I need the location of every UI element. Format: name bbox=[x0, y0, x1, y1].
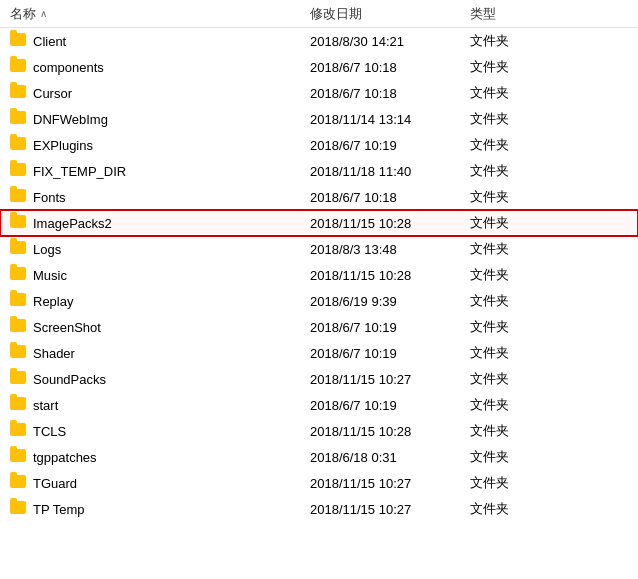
file-name: tgppatches bbox=[33, 450, 310, 465]
file-type: 文件夹 bbox=[470, 500, 550, 518]
folder-icon-container bbox=[10, 371, 28, 387]
file-date: 2018/6/7 10:18 bbox=[310, 86, 470, 101]
folder-icon bbox=[10, 59, 26, 72]
folder-icon-container bbox=[10, 59, 28, 75]
file-type: 文件夹 bbox=[470, 396, 550, 414]
table-row[interactable]: FIX_TEMP_DIR 2018/11/18 11:40 文件夹 bbox=[0, 158, 638, 184]
table-row[interactable]: Cursor 2018/6/7 10:18 文件夹 bbox=[0, 80, 638, 106]
file-name: Logs bbox=[33, 242, 310, 257]
name-label: 名称 bbox=[10, 5, 36, 23]
file-type: 文件夹 bbox=[470, 188, 550, 206]
file-type: 文件夹 bbox=[470, 110, 550, 128]
folder-icon bbox=[10, 189, 26, 202]
file-name: SoundPacks bbox=[33, 372, 310, 387]
file-rows-container: Client 2018/8/30 14:21 文件夹 components 20… bbox=[0, 28, 638, 522]
file-date: 2018/6/19 9:39 bbox=[310, 294, 470, 309]
table-row[interactable]: start 2018/6/7 10:19 文件夹 bbox=[0, 392, 638, 418]
folder-icon-container bbox=[10, 501, 28, 517]
file-list: 名称 ∧ 修改日期 类型 Client 2018/8/30 14:21 文件夹 … bbox=[0, 0, 638, 579]
file-date: 2018/11/15 10:27 bbox=[310, 502, 470, 517]
file-date: 2018/6/7 10:18 bbox=[310, 60, 470, 75]
folder-icon bbox=[10, 345, 26, 358]
folder-icon bbox=[10, 501, 26, 514]
file-date: 2018/11/15 10:28 bbox=[310, 424, 470, 439]
table-row[interactable]: Fonts 2018/6/7 10:18 文件夹 bbox=[0, 184, 638, 210]
file-date: 2018/11/15 10:28 bbox=[310, 268, 470, 283]
table-row[interactable]: ScreenShot 2018/6/7 10:19 文件夹 bbox=[0, 314, 638, 340]
table-row[interactable]: Logs 2018/8/3 13:48 文件夹 bbox=[0, 236, 638, 262]
folder-icon bbox=[10, 397, 26, 410]
file-name: Shader bbox=[33, 346, 310, 361]
file-type: 文件夹 bbox=[470, 136, 550, 154]
file-date: 2018/6/18 0:31 bbox=[310, 450, 470, 465]
folder-icon-container bbox=[10, 345, 28, 361]
folder-icon-container bbox=[10, 33, 28, 49]
folder-icon bbox=[10, 319, 26, 332]
file-type: 文件夹 bbox=[470, 474, 550, 492]
table-row[interactable]: Shader 2018/6/7 10:19 文件夹 bbox=[0, 340, 638, 366]
folder-icon bbox=[10, 267, 26, 280]
file-name: EXPlugins bbox=[33, 138, 310, 153]
file-date: 2018/11/15 10:28 bbox=[310, 216, 470, 231]
file-name: Music bbox=[33, 268, 310, 283]
folder-icon bbox=[10, 33, 26, 46]
file-type: 文件夹 bbox=[470, 32, 550, 50]
folder-icon bbox=[10, 163, 26, 176]
file-name: TP Temp bbox=[33, 502, 310, 517]
file-date: 2018/11/18 11:40 bbox=[310, 164, 470, 179]
file-name: Cursor bbox=[33, 86, 310, 101]
folder-icon-container bbox=[10, 449, 28, 465]
folder-icon-container bbox=[10, 267, 28, 283]
file-type: 文件夹 bbox=[470, 162, 550, 180]
file-date: 2018/6/7 10:19 bbox=[310, 346, 470, 361]
date-column-header[interactable]: 修改日期 bbox=[310, 5, 470, 23]
file-date: 2018/6/7 10:19 bbox=[310, 398, 470, 413]
file-name: ScreenShot bbox=[33, 320, 310, 335]
table-row[interactable]: TP Temp 2018/11/15 10:27 文件夹 bbox=[0, 496, 638, 522]
name-column-header[interactable]: 名称 ∧ bbox=[10, 5, 310, 23]
file-type: 文件夹 bbox=[470, 292, 550, 310]
table-row[interactable]: Music 2018/11/15 10:28 文件夹 bbox=[0, 262, 638, 288]
table-row[interactable]: SoundPacks 2018/11/15 10:27 文件夹 bbox=[0, 366, 638, 392]
type-column-header[interactable]: 类型 bbox=[470, 5, 550, 23]
file-type: 文件夹 bbox=[470, 58, 550, 76]
file-type: 文件夹 bbox=[470, 422, 550, 440]
folder-icon-container bbox=[10, 475, 28, 491]
file-name: Client bbox=[33, 34, 310, 49]
folder-icon-container bbox=[10, 423, 28, 439]
file-type: 文件夹 bbox=[470, 344, 550, 362]
table-row[interactable]: TCLS 2018/11/15 10:28 文件夹 bbox=[0, 418, 638, 444]
file-date: 2018/11/14 13:14 bbox=[310, 112, 470, 127]
file-name: Fonts bbox=[33, 190, 310, 205]
folder-icon-container bbox=[10, 85, 28, 101]
folder-icon bbox=[10, 423, 26, 436]
table-row[interactable]: DNFWebImg 2018/11/14 13:14 文件夹 bbox=[0, 106, 638, 132]
table-row[interactable]: Replay 2018/6/19 9:39 文件夹 bbox=[0, 288, 638, 314]
table-row[interactable]: EXPlugins 2018/6/7 10:19 文件夹 bbox=[0, 132, 638, 158]
folder-icon bbox=[10, 111, 26, 124]
folder-icon-container bbox=[10, 397, 28, 413]
table-row[interactable]: ImagePacks2 2018/11/15 10:28 文件夹 bbox=[0, 210, 638, 236]
folder-icon bbox=[10, 215, 26, 228]
file-name: TCLS bbox=[33, 424, 310, 439]
file-type: 文件夹 bbox=[470, 214, 550, 232]
table-row[interactable]: tgppatches 2018/6/18 0:31 文件夹 bbox=[0, 444, 638, 470]
file-name: FIX_TEMP_DIR bbox=[33, 164, 310, 179]
file-name: start bbox=[33, 398, 310, 413]
table-row[interactable]: TGuard 2018/11/15 10:27 文件夹 bbox=[0, 470, 638, 496]
table-row[interactable]: components 2018/6/7 10:18 文件夹 bbox=[0, 54, 638, 80]
folder-icon-container bbox=[10, 189, 28, 205]
file-date: 2018/6/7 10:19 bbox=[310, 138, 470, 153]
file-name: ImagePacks2 bbox=[33, 216, 310, 231]
file-date: 2018/11/15 10:27 bbox=[310, 476, 470, 491]
folder-icon bbox=[10, 475, 26, 488]
folder-icon bbox=[10, 85, 26, 98]
folder-icon-container bbox=[10, 215, 28, 231]
file-type: 文件夹 bbox=[470, 266, 550, 284]
table-row[interactable]: Client 2018/8/30 14:21 文件夹 bbox=[0, 28, 638, 54]
file-date: 2018/11/15 10:27 bbox=[310, 372, 470, 387]
sort-arrow-icon: ∧ bbox=[40, 8, 47, 19]
column-headers: 名称 ∧ 修改日期 类型 bbox=[0, 0, 638, 28]
file-date: 2018/6/7 10:18 bbox=[310, 190, 470, 205]
file-type: 文件夹 bbox=[470, 370, 550, 388]
